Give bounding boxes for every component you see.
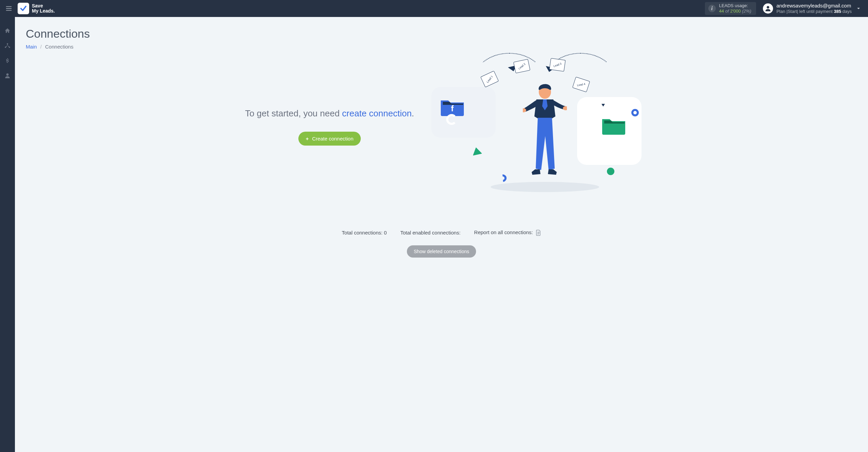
breadcrumb: Main / Connections (26, 44, 857, 50)
svg-rect-2 (6, 10, 12, 11)
empty-state-illustration: Lead 1 Lead 2 Lead 3 Lead 4 f (431, 63, 642, 206)
svg-text:f: f (451, 104, 454, 113)
cta-copy: To get started, you need create connecti… (241, 107, 418, 119)
brand[interactable]: Save My Leads. (18, 3, 55, 14)
report-all-connections: Report on all connections: (474, 229, 541, 236)
svg-rect-1 (6, 8, 12, 9)
user-plan: Plan |Start| left until payment 385 days (776, 9, 852, 15)
avatar-icon (763, 3, 773, 14)
breadcrumb-sep: / (40, 44, 42, 50)
nav-connections-icon[interactable] (4, 42, 11, 50)
report-file-icon[interactable] (536, 230, 541, 236)
sidebar (0, 17, 15, 452)
create-connection-link[interactable]: create connection (342, 108, 412, 118)
svg-point-3 (767, 6, 769, 8)
nav-account-icon[interactable] (4, 72, 11, 79)
menu-toggle-icon[interactable] (4, 4, 14, 13)
topbar: Save My Leads. i LEADS usage: 44 of 2'00… (0, 0, 868, 17)
nav-billing-icon[interactable] (4, 57, 11, 64)
total-enabled-connections: Total enabled connections: (400, 230, 461, 236)
svg-point-4 (7, 43, 8, 44)
show-deleted-button[interactable]: Show deleted connections (407, 245, 476, 258)
breadcrumb-current: Connections (45, 44, 73, 50)
leads-usage-value: 44 of 2'000 (2%) (719, 8, 751, 14)
stats-row: Total connections: 0 Total enabled conne… (26, 229, 857, 236)
lead-sheet-icon: Lead 3 (549, 58, 566, 72)
destination-folder-icon (601, 116, 626, 135)
brand-name: Save My Leads. (32, 3, 55, 13)
chevron-down-icon[interactable] (856, 6, 864, 11)
person-illustration (523, 82, 567, 187)
plus-icon: + (306, 136, 309, 142)
create-connection-button[interactable]: + Create connection (298, 132, 361, 146)
breadcrumb-root[interactable]: Main (26, 44, 37, 50)
facebook-folder-icon: f (440, 97, 465, 116)
info-icon: i (708, 5, 716, 12)
svg-rect-0 (6, 6, 12, 7)
svg-point-7 (6, 73, 9, 76)
leads-usage-badge: i LEADS usage: 44 of 2'000 (2%) (705, 2, 756, 15)
user-email: andrewsavemyleads@gmail.com (776, 2, 852, 9)
nav-home-icon[interactable] (4, 27, 11, 35)
user-menu[interactable]: andrewsavemyleads@gmail.com Plan |Start|… (763, 2, 852, 15)
leads-usage-label: LEADS usage: (719, 3, 751, 8)
brand-logo-icon (18, 3, 29, 14)
page-title: Connections (26, 27, 857, 40)
total-connections: Total connections: 0 (342, 230, 387, 236)
main-content: Connections Main / Connections To get st… (15, 17, 868, 452)
